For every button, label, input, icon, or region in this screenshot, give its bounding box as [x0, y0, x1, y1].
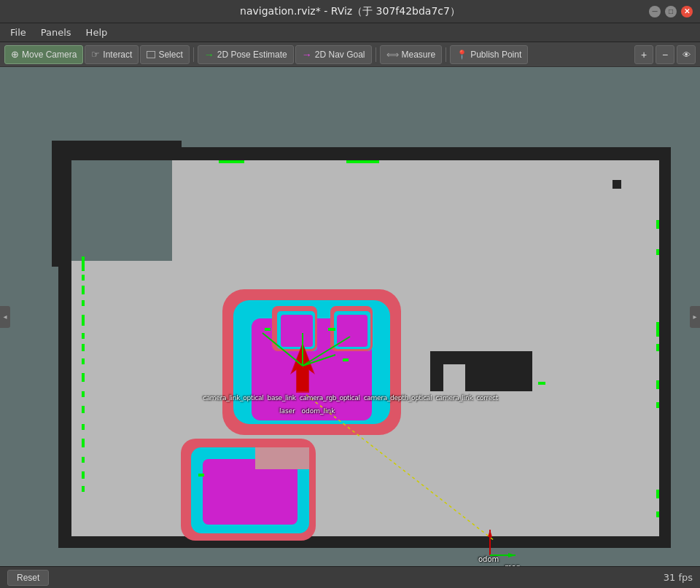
svg-rect-85 [328, 328, 335, 331]
move-camera-label: Move Camera [22, 50, 77, 60]
menu-file[interactable]: File [4, 26, 32, 39]
svg-rect-71 [219, 160, 244, 163]
2d-nav-button[interactable]: → 2D Nav Goal [295, 45, 372, 64]
svg-rect-12 [58, 147, 71, 260]
svg-rect-78 [656, 402, 659, 408]
menu-panels[interactable]: Panels [35, 26, 77, 39]
viewport[interactable]: camera_link_optical base_link camera_rgb… [0, 67, 700, 566]
separator-3 [446, 47, 446, 62]
svg-rect-83 [198, 474, 204, 477]
titlebar: navigation.rviz* - RViz（于 307f42bda7c7） … [0, 0, 700, 23]
zoom-in-icon: + [641, 49, 647, 60]
camera-view-button[interactable]: 👁 [677, 45, 696, 64]
window-controls: ─ □ ✕ [649, 6, 693, 17]
svg-rect-72 [346, 160, 379, 163]
svg-rect-55 [82, 256, 85, 271]
left-arrow-icon: ◂ [3, 313, 7, 321]
toolbar-right: + − 👁 [634, 45, 696, 64]
fps-display: 31 fps [664, 572, 693, 583]
svg-rect-54 [612, 180, 621, 189]
zoom-out-button[interactable]: − [656, 45, 674, 64]
svg-rect-87 [538, 382, 545, 385]
svg-rect-70 [82, 486, 85, 492]
svg-rect-84 [265, 328, 271, 331]
publish-point-label: Publish Point [470, 50, 521, 60]
2d-nav-label: 2D Nav Goal [315, 50, 365, 60]
zoom-in-button[interactable]: + [634, 45, 653, 64]
svg-rect-5 [58, 535, 671, 548]
svg-rect-67 [82, 439, 85, 447]
svg-rect-86 [343, 358, 349, 361]
publish-point-icon: 📍 [456, 50, 467, 60]
move-camera-button[interactable]: ⊕ Move Camera [4, 45, 83, 64]
measure-button[interactable]: ⟺ Measure [380, 45, 443, 64]
svg-rect-24 [430, 351, 532, 364]
svg-rect-59 [82, 315, 85, 326]
svg-rect-69 [82, 471, 85, 479]
svg-rect-77 [656, 380, 659, 389]
svg-rect-65 [82, 406, 85, 413]
measure-icon: ⟺ [386, 50, 399, 60]
svg-rect-36 [281, 315, 313, 347]
interact-icon: ☞ [91, 49, 100, 60]
svg-rect-48 [255, 447, 309, 469]
toolbar: ⊕ Move Camera ☞ Interact Select → 2D Pos… [0, 42, 700, 67]
window-title: navigation.rviz* - RViz（于 307f42bda7c7） [51, 5, 649, 18]
svg-rect-56 [82, 275, 85, 281]
separator-2 [376, 47, 376, 62]
separator-1 [193, 47, 194, 62]
svg-rect-13 [58, 147, 175, 160]
svg-rect-58 [82, 300, 85, 306]
svg-rect-80 [656, 511, 659, 517]
svg-rect-74 [656, 249, 659, 255]
svg-rect-76 [656, 344, 659, 351]
2d-pose-icon: → [204, 49, 214, 60]
svg-rect-7 [58, 260, 71, 333]
statusbar: Reset 31 fps [0, 566, 700, 588]
right-panel-toggle[interactable]: ▸ [690, 306, 700, 328]
2d-nav-icon: → [302, 49, 312, 60]
measure-label: Measure [402, 50, 436, 60]
svg-rect-20 [71, 160, 172, 261]
publish-point-button[interactable]: 📍 Publish Point [450, 45, 528, 64]
svg-rect-61 [82, 344, 85, 351]
svg-rect-57 [82, 286, 85, 294]
menubar: File Panels Help [0, 23, 700, 42]
svg-rect-60 [82, 333, 85, 339]
svg-rect-64 [82, 391, 85, 397]
svg-rect-63 [82, 373, 85, 382]
map-visualization [0, 67, 700, 566]
move-camera-icon: ⊕ [11, 49, 19, 60]
interact-label: Interact [103, 50, 132, 60]
main-area: ◂ [0, 67, 700, 566]
svg-rect-66 [82, 424, 85, 430]
left-panel-toggle[interactable]: ◂ [0, 306, 10, 328]
select-button[interactable]: Select [140, 45, 189, 64]
eye-icon: 👁 [682, 50, 691, 59]
svg-rect-68 [82, 457, 85, 463]
svg-rect-73 [656, 220, 659, 229]
maximize-button[interactable]: □ [665, 6, 677, 17]
reset-button[interactable]: Reset [7, 570, 49, 586]
svg-rect-75 [656, 322, 659, 337]
select-icon [147, 51, 155, 58]
right-arrow-icon: ▸ [693, 313, 696, 321]
interact-button[interactable]: ☞ Interact [85, 45, 139, 64]
menu-help[interactable]: Help [80, 26, 114, 39]
svg-rect-4 [658, 147, 671, 548]
close-button[interactable]: ✕ [681, 6, 693, 17]
2d-pose-label: 2D Pose Estimate [217, 50, 287, 60]
svg-rect-62 [82, 358, 85, 364]
select-label: Select [158, 50, 182, 60]
zoom-out-icon: − [662, 49, 668, 60]
svg-rect-79 [656, 490, 659, 498]
svg-rect-26 [443, 364, 465, 391]
minimize-button[interactable]: ─ [649, 6, 661, 17]
2d-pose-button[interactable]: → 2D Pose Estimate [198, 45, 294, 64]
